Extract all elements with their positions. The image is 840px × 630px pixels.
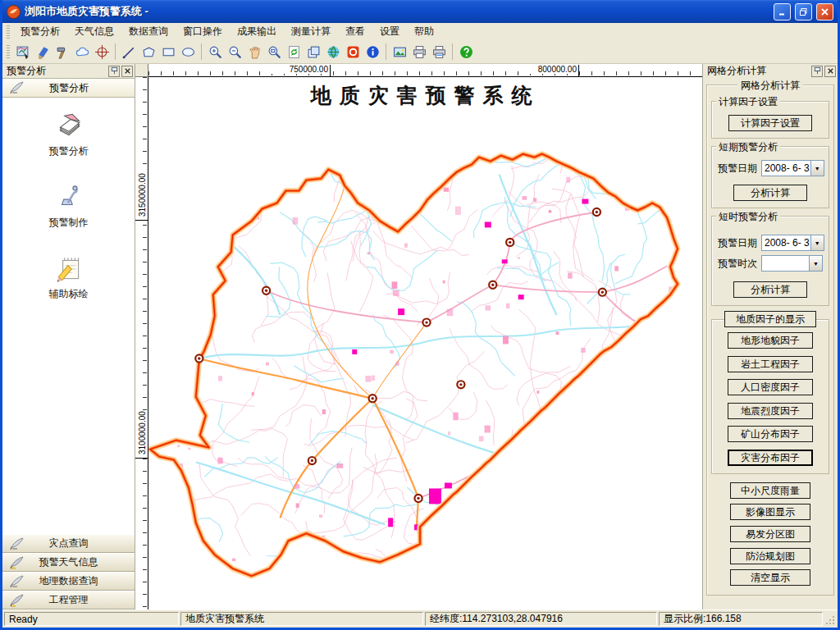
restore-button[interactable] — [795, 3, 812, 21]
line-button[interactable] — [119, 42, 139, 62]
immediate-date-combo[interactable]: 2008- 6- 3 ▼ — [761, 235, 824, 251]
titlebar: 浏阳市地质灾害预警系统 - — [2, 0, 838, 23]
chevron-down-icon[interactable]: ▼ — [810, 235, 824, 250]
crosshair-button[interactable] — [92, 42, 112, 62]
menubar-gripper[interactable] — [7, 25, 10, 39]
combo-value — [762, 256, 809, 271]
menu-item-5[interactable]: 成果输出 — [230, 23, 284, 41]
frame-title: 短时预警分析 — [716, 210, 780, 224]
stop-button[interactable] — [343, 42, 363, 62]
zoom-extent-button[interactable] — [264, 42, 284, 62]
left-bar-3[interactable]: 地理数据查询 — [2, 572, 135, 591]
quill-icon — [10, 536, 25, 551]
menu-item-2[interactable]: 天气信息 — [67, 23, 121, 41]
display-button-5[interactable]: 清空显示 — [730, 569, 810, 586]
display-button-4[interactable]: 防治规划图 — [730, 548, 810, 564]
factor-button-3[interactable]: 人口密度因子 — [728, 379, 813, 395]
menu-item-4[interactable]: 窗口操作 — [176, 23, 230, 41]
pin-button[interactable] — [811, 66, 823, 77]
display-button-3[interactable]: 易发分区图 — [730, 526, 810, 542]
geo-factor-display-button[interactable]: 地质因子的显示 — [724, 311, 816, 327]
menu-item-6[interactable]: 测量计算 — [284, 23, 338, 41]
cloud-button[interactable] — [72, 42, 92, 62]
resize-grip[interactable] — [824, 612, 836, 626]
window-title: 浏阳市地质灾害预警系统 - — [25, 4, 769, 19]
minimize-button[interactable] — [774, 3, 791, 21]
globe-button[interactable] — [323, 42, 343, 62]
rectangle-button[interactable] — [158, 42, 178, 62]
close-panel-button[interactable] — [824, 66, 836, 77]
menu-item-7[interactable]: 查看 — [338, 23, 372, 41]
status-panel-1: Ready — [4, 612, 179, 626]
map-drawing[interactable] — [148, 77, 702, 609]
pin-icon — [110, 66, 119, 75]
factor-button-1[interactable]: 地形地貌因子 — [728, 332, 813, 349]
zoom-extent-icon — [267, 45, 281, 59]
menu-item-9[interactable]: 帮助 — [407, 23, 441, 41]
immediate-analyze-button[interactable]: 分析计算 — [733, 281, 807, 298]
print-preview-button[interactable] — [429, 42, 449, 62]
menu-item-1[interactable]: 预警分析 — [13, 23, 67, 41]
zoom-out-button[interactable] — [225, 42, 244, 62]
paint-button[interactable] — [33, 42, 52, 62]
polygon-button[interactable] — [139, 42, 158, 62]
left-item-2[interactable]: 预警制作 — [2, 182, 135, 230]
pan-button[interactable] — [244, 42, 264, 62]
left-item-3[interactable]: 辅助标绘 — [2, 253, 135, 301]
factor-setting-frame: 计算因子设置 计算因子设置 — [711, 101, 829, 139]
map-title: 地质灾害预警系统 — [148, 82, 702, 109]
map-select-button[interactable] — [13, 42, 33, 62]
toolbar-gripper[interactable] — [7, 45, 10, 58]
map-canvas[interactable]: 地质灾害预警系统 — [148, 77, 702, 609]
status-panel-2: 地质灾害预警系统 — [180, 612, 423, 626]
v-ruler-major-tick — [135, 220, 148, 221]
factor-button-5[interactable]: 矿山分布因子 — [728, 426, 813, 442]
menu-item-8[interactable]: 设置 — [372, 23, 407, 41]
chevron-down-icon[interactable]: ▼ — [810, 161, 824, 176]
image-view-button[interactable] — [390, 42, 409, 62]
right-panel-title: 网格分析计算 — [707, 64, 810, 78]
short-term-analyze-button[interactable]: 分析计算 — [733, 185, 807, 201]
close-panel-button[interactable] — [121, 66, 133, 77]
pin-button[interactable] — [108, 66, 120, 77]
close-button[interactable] — [816, 3, 833, 21]
refresh-button[interactable] — [284, 42, 304, 62]
combo-value: 2008- 6- 3 — [762, 235, 810, 250]
toolbar-separator — [115, 43, 116, 60]
factor-setting-button[interactable]: 计算因子设置 — [728, 115, 812, 131]
status-panel-3: 经纬度:114.273103,28.047916 — [425, 612, 657, 626]
left-panel-title: 预警分析 — [7, 64, 107, 78]
h-ruler-major-tick — [330, 65, 331, 76]
status-panel-4: 显示比例:166.158 — [659, 612, 823, 626]
zoom-in-button[interactable] — [205, 42, 225, 62]
left-item-1[interactable]: 预警分析 — [2, 111, 135, 158]
left-bar-4[interactable]: 工程管理 — [2, 591, 135, 609]
left-group-bar[interactable]: 预警分析 — [2, 78, 135, 98]
statusbar: Ready地质灾害预警系统经纬度:114.273103,28.047916显示比… — [2, 609, 838, 628]
factor-button-2[interactable]: 岩土工程因子 — [728, 356, 813, 372]
display-button-1[interactable]: 中小尺度雨量 — [730, 482, 810, 499]
ellipse-icon — [181, 45, 195, 59]
factor-button-4[interactable]: 地震烈度因子 — [728, 403, 813, 419]
info-button[interactable] — [363, 42, 382, 62]
left-bar-1[interactable]: 灾点查询 — [2, 534, 135, 553]
right-panel-header: 网格分析计算 — [703, 64, 838, 78]
globe-icon — [326, 45, 340, 59]
help-button[interactable] — [456, 42, 476, 62]
display-button-2[interactable]: 影像图显示 — [730, 504, 810, 520]
menu-item-3[interactable]: 数据查询 — [121, 23, 176, 41]
left-group-label: 预警分析 — [33, 81, 105, 95]
v-ruler-ticks — [143, 77, 147, 609]
short-term-date-combo[interactable]: 2008- 6- 3 ▼ — [761, 160, 824, 176]
factor-button-6[interactable]: 灾害分布因子 — [728, 450, 813, 466]
ellipse-button[interactable] — [178, 42, 198, 62]
layers-button[interactable] — [304, 42, 323, 62]
cloud-icon — [75, 45, 89, 59]
chevron-down-icon[interactable]: ▼ — [809, 256, 822, 271]
frame-title: 计算因子设置 — [716, 95, 780, 109]
hammer-button[interactable] — [52, 42, 72, 62]
immediate-time-combo[interactable]: ▼ — [761, 255, 823, 272]
left-bar-2[interactable]: 预警天气信息 — [2, 553, 135, 572]
minimize-icon — [778, 7, 787, 16]
print-button[interactable] — [409, 42, 429, 62]
